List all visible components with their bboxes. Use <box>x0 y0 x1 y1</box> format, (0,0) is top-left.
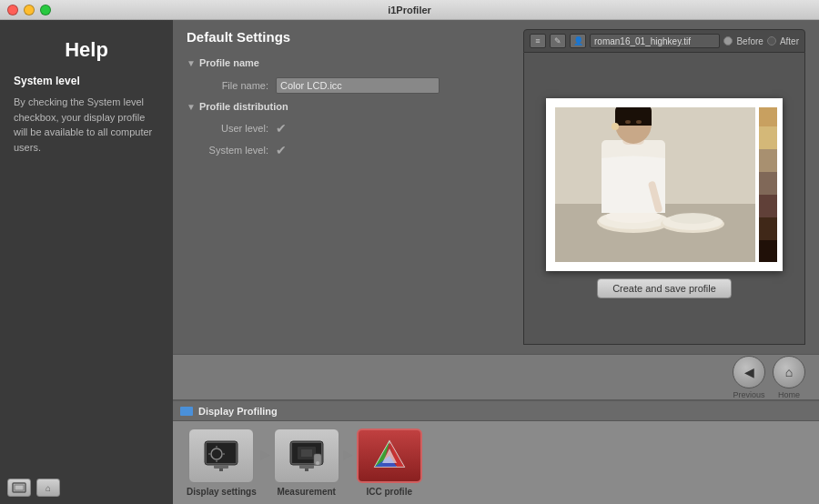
profile-name-section-header: ▼ Profile name <box>187 57 510 68</box>
bottom-left-controls: ⌂ <box>7 479 60 497</box>
maximize-button[interactable] <box>40 5 51 15</box>
step-icc-profile-box <box>357 428 422 483</box>
window-title: i1Profiler <box>388 5 431 15</box>
svg-rect-23 <box>759 240 777 266</box>
help-panel: Help System level By checking the System… <box>0 20 173 504</box>
svg-rect-44 <box>305 469 308 471</box>
step-arrow-1: ▶ <box>260 447 270 479</box>
system-level-label: System level: <box>196 145 268 156</box>
collapse-triangle-icon: ▼ <box>187 58 196 68</box>
home-label: Home <box>778 390 800 399</box>
svg-rect-43 <box>299 465 314 469</box>
display-profiling-header: Display Profiling <box>173 401 819 421</box>
settings-title: Default Settings <box>187 29 510 45</box>
settings-panel: Default Settings ▼ Profile name File nam… <box>187 29 510 345</box>
step-display-settings-box <box>188 428 254 483</box>
svg-rect-40 <box>301 449 312 457</box>
preview-toolbar: ≡ ✎ 👤 roman16_01_highkey.tif Before Afte… <box>523 29 805 53</box>
display-settings-icon <box>203 439 239 472</box>
help-subtitle: System level <box>14 75 159 87</box>
user-level-checkbox[interactable]: ✔ <box>276 121 287 136</box>
step-measurement-label: Measurement <box>277 487 335 497</box>
home-nav: ⌂ Home <box>773 356 805 399</box>
preview-icon-2[interactable]: ✎ <box>550 34 566 48</box>
workflow-steps: Display settings ▶ <box>173 421 819 504</box>
svg-rect-25 <box>551 262 777 266</box>
help-title: Help <box>14 38 159 62</box>
step-measurement[interactable]: Measurement <box>274 428 339 497</box>
image-frame <box>546 98 783 271</box>
content-area: Default Settings ▼ Profile name File nam… <box>173 20 819 504</box>
home-button[interactable]: ⌂ <box>773 356 805 388</box>
svg-point-42 <box>316 461 319 465</box>
svg-point-7 <box>670 213 715 224</box>
profile-distribution-section-header: ▼ Profile distribution <box>187 101 510 112</box>
after-radio[interactable] <box>767 36 776 45</box>
collapse-triangle-icon-2: ▼ <box>187 102 196 112</box>
previous-nav: ◀ Previous <box>733 356 765 399</box>
step-display-settings-label: Display settings <box>187 487 257 497</box>
system-level-row: System level: ✔ <box>187 143 510 157</box>
preview-icon-1[interactable]: ≡ <box>530 34 546 48</box>
close-button[interactable] <box>7 5 18 15</box>
svg-rect-26 <box>551 104 555 266</box>
window-controls[interactable] <box>7 5 51 15</box>
top-section: Default Settings ▼ Profile name File nam… <box>173 20 819 354</box>
filename-label: File name: <box>196 80 268 91</box>
step-measurement-box <box>274 428 339 483</box>
minimize-button[interactable] <box>24 5 35 15</box>
svg-point-15 <box>612 123 619 130</box>
display-profiling-label: Display Profiling <box>198 406 278 417</box>
svg-rect-22 <box>759 217 777 240</box>
resize-icon-button[interactable] <box>7 479 31 497</box>
filename-row: File name: Color LCD.icc <box>187 77 510 94</box>
svg-rect-24 <box>551 104 777 107</box>
filename-value[interactable]: Color LCD.icc <box>276 77 440 94</box>
home-icon: ⌂ <box>785 366 793 378</box>
before-after-toggle: Before After <box>723 36 799 46</box>
svg-rect-36 <box>219 469 223 471</box>
preview-icon-3[interactable]: 👤 <box>570 34 586 48</box>
navigation-area: ◀ Previous ⌂ Home <box>173 354 819 399</box>
svg-rect-18 <box>759 126 777 149</box>
before-radio[interactable] <box>723 36 733 45</box>
home-icon-button[interactable]: ⌂ <box>36 479 60 497</box>
system-level-checkbox[interactable]: ✔ <box>276 143 287 157</box>
previous-label: Previous <box>733 390 764 399</box>
svg-rect-27 <box>755 104 759 266</box>
previous-icon: ◀ <box>744 366 754 378</box>
step-icc-profile[interactable]: ICC profile <box>357 428 422 497</box>
step-display-settings[interactable]: Display settings <box>187 428 257 497</box>
svg-rect-20 <box>759 172 777 195</box>
before-label: Before <box>736 36 763 46</box>
previous-button[interactable]: ◀ <box>733 356 765 388</box>
title-bar: i1Profiler <box>0 0 819 20</box>
bottom-toolbar: Display Profiling <box>173 399 819 504</box>
home-icon-symbol: ⌂ <box>46 483 51 493</box>
svg-rect-19 <box>759 149 777 172</box>
svg-rect-35 <box>214 465 228 469</box>
svg-rect-21 <box>759 195 777 217</box>
preview-filename: roman16_01_highkey.tif <box>590 34 720 48</box>
display-profiling-icon <box>180 407 193 416</box>
user-level-row: User level: ✔ <box>187 121 510 136</box>
svg-rect-12 <box>615 111 652 126</box>
preview-image <box>551 104 777 266</box>
after-label: After <box>780 36 799 46</box>
profile-distribution-label: Profile distribution <box>199 101 288 112</box>
preview-panel: ≡ ✎ 👤 roman16_01_highkey.tif Before Afte… <box>523 29 805 345</box>
user-level-label: User level: <box>196 123 268 134</box>
step-arrow-2: ▶ <box>343 447 353 479</box>
svg-rect-48 <box>15 485 24 490</box>
resize-icon <box>12 482 26 493</box>
profile-name-label: Profile name <box>199 57 259 68</box>
svg-point-14 <box>636 120 642 124</box>
step-icc-profile-label: ICC profile <box>366 487 412 497</box>
svg-point-13 <box>625 120 631 124</box>
preview-image-area: Create and save profile <box>523 53 805 345</box>
measurement-icon <box>288 439 325 472</box>
icc-profile-icon <box>371 438 408 474</box>
help-description: By checking the System level checkbox, y… <box>14 95 159 155</box>
main-container: Help System level By checking the System… <box>0 20 819 504</box>
create-save-profile-button[interactable]: Create and save profile <box>597 278 732 298</box>
